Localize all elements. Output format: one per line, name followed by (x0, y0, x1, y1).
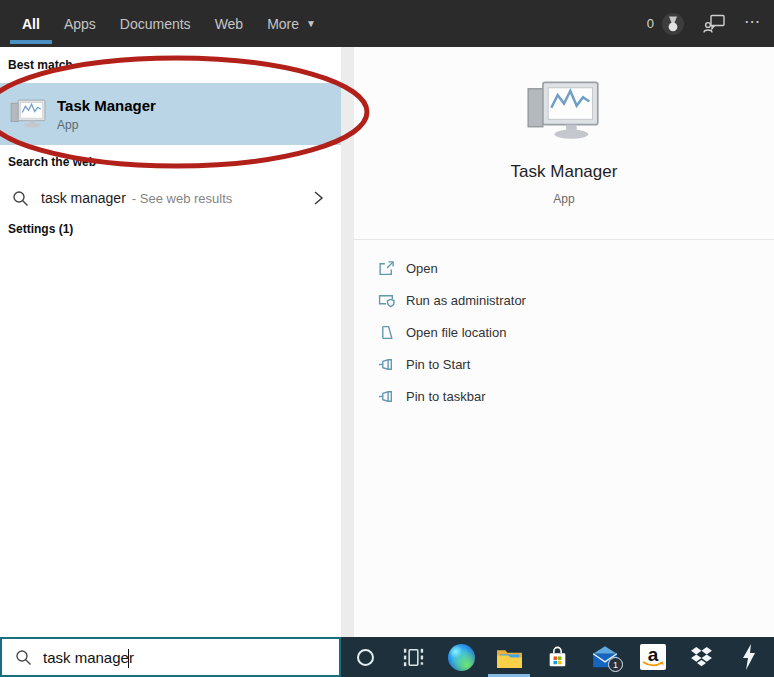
file-explorer-button[interactable] (485, 637, 533, 677)
action-pin-taskbar-label: Pin to taskbar (406, 389, 486, 404)
edge-button[interactable] (437, 637, 485, 677)
dropbox-button[interactable] (677, 637, 725, 677)
cortana-icon (357, 649, 374, 666)
search-web-header: Search the web (8, 155, 96, 169)
feedback-icon[interactable] (703, 13, 726, 35)
text-cursor (128, 649, 129, 668)
search-icon (12, 190, 29, 207)
action-pin-to-taskbar[interactable]: Pin to taskbar (354, 380, 774, 412)
web-search-row[interactable]: task manager - See web results (0, 180, 341, 216)
chevron-right-icon (311, 188, 325, 208)
mail-unread-badge: 1 (608, 657, 623, 672)
action-open-label: Open (406, 261, 438, 276)
action-run-as-administrator[interactable]: Run as administrator (354, 284, 774, 316)
topbar-right-icons: 0 ⋯ (647, 0, 762, 47)
task-manager-icon-large (526, 80, 602, 144)
amazon-smile-arrow (642, 660, 664, 668)
tab-all-label: All (22, 16, 40, 32)
cortana-button[interactable] (341, 637, 389, 677)
search-icon (15, 649, 32, 666)
window-shield-icon (378, 292, 395, 309)
pin-icon (378, 388, 395, 405)
preview-title: Task Manager (354, 162, 774, 182)
web-hint-text: - See web results (132, 191, 232, 206)
active-tab-underline (10, 40, 52, 44)
tab-documents[interactable]: Documents (108, 0, 203, 47)
best-match-title: Task Manager (57, 97, 156, 114)
tab-web-label: Web (215, 16, 244, 32)
store-icon (545, 645, 570, 670)
search-results-body: Best match Task Manager App Search the w… (0, 47, 774, 637)
task-view-icon (401, 645, 426, 670)
file-location-icon (378, 324, 395, 341)
preview-panel: Task Manager App Open R (354, 47, 774, 637)
mail-button[interactable]: 1 (581, 637, 629, 677)
panel-divider (341, 47, 354, 637)
more-options-icon[interactable]: ⋯ (744, 12, 762, 35)
tab-all[interactable]: All (10, 0, 52, 47)
best-match-row[interactable]: Task Manager App (0, 83, 341, 145)
action-run-admin-label: Run as administrator (406, 293, 526, 308)
best-match-header: Best match (8, 58, 73, 72)
file-explorer-icon (496, 646, 523, 669)
tab-web[interactable]: Web (203, 0, 256, 47)
amazon-icon: a (640, 644, 666, 670)
amazon-button[interactable]: a (629, 637, 677, 677)
open-external-icon (378, 260, 395, 277)
action-file-location-label: Open file location (406, 325, 506, 340)
action-open-file-location[interactable]: Open file location (354, 316, 774, 348)
chevron-down-icon: ▼ (306, 18, 316, 29)
mail-badge-count: 1 (613, 660, 618, 670)
action-pin-to-start[interactable]: Pin to Start (354, 348, 774, 380)
lightning-icon (741, 643, 757, 671)
action-pin-start-label: Pin to Start (406, 357, 470, 372)
search-input[interactable] (43, 649, 339, 666)
edge-icon (448, 644, 475, 671)
preview-divider (354, 239, 774, 240)
settings-header: Settings (1) (8, 222, 73, 236)
context-actions: Open Run as administrator Open file loca… (354, 252, 774, 412)
preview-type: App (354, 192, 774, 206)
task-view-button[interactable] (389, 637, 437, 677)
rewards-indicator[interactable]: 0 (647, 12, 685, 36)
task-manager-icon (10, 99, 47, 130)
tab-apps-label: Apps (64, 16, 96, 32)
taskbar: 1 a (341, 637, 774, 677)
tab-apps[interactable]: Apps (52, 0, 108, 47)
action-open[interactable]: Open (354, 252, 774, 284)
rewards-count: 0 (647, 16, 654, 31)
search-filter-bar: All Apps Documents Web More ▼ 0 (0, 0, 774, 47)
tab-more-label: More (267, 16, 299, 32)
store-button[interactable] (533, 637, 581, 677)
web-query-text: task manager (41, 190, 126, 206)
filter-tabs: All Apps Documents Web More ▼ (0, 0, 328, 47)
best-match-type: App (57, 118, 156, 132)
windows-search-flyout: All Apps Documents Web More ▼ 0 (0, 0, 774, 677)
taskbar-search-box[interactable] (0, 637, 341, 677)
rewards-medal-icon (661, 12, 685, 36)
lightning-app-button[interactable] (725, 637, 773, 677)
tab-documents-label: Documents (120, 16, 191, 32)
dropbox-icon (689, 646, 714, 668)
tab-more[interactable]: More ▼ (255, 0, 328, 47)
pin-icon (378, 356, 395, 373)
